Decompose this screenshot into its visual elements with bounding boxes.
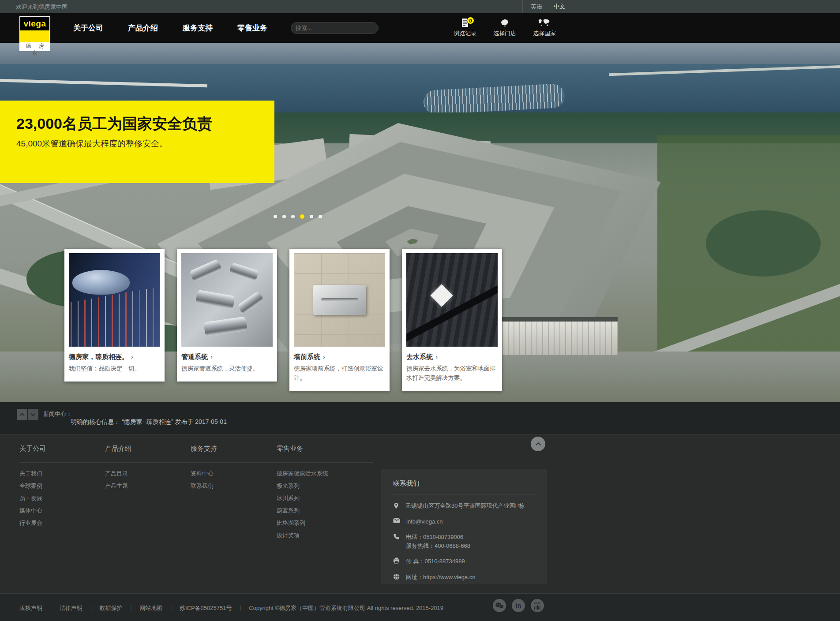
card-description: 我们坚信：品质决定一切。 — [69, 364, 160, 374]
footer-link[interactable]: 极光系列 — [277, 483, 300, 489]
legal-link-legal-notice[interactable]: 法律声明 — [60, 604, 82, 612]
lang-chinese-link[interactable]: 中文 — [554, 3, 565, 11]
card-image[interactable] — [69, 253, 160, 347]
logo-chinese-text: 德 房 家 — [20, 42, 49, 49]
hero-subtitle: 45,000米管道确保最大程度的整修安全。 — [16, 138, 257, 150]
viega-logo[interactable]: viega 德 房 家 — [19, 16, 50, 51]
history-tool-label: 浏览记录 — [454, 30, 476, 37]
card-image-layer — [313, 285, 366, 315]
card-description: 德房家去水系统，为浴室和地面排水打造完美解决方案。 — [406, 364, 498, 383]
printer-icon — [393, 557, 400, 564]
wechat-icon[interactable] — [493, 599, 506, 612]
card-brand[interactable]: 德房家，臻质相连。 › 我们坚信：品质决定一切。 — [64, 249, 165, 382]
nav-item-retail[interactable]: 零售业务 — [237, 23, 267, 33]
phone-icon — [393, 533, 400, 540]
footer-heading: 服务支持 — [191, 445, 272, 453]
footer-column-support: 服务支持 资料中心 联系我们 — [191, 445, 272, 494]
news-headline-link[interactable]: 明确的核心信息： “德房家--臻质相连” 发布于 2017-05-01 — [71, 418, 227, 426]
card-image[interactable] — [181, 253, 273, 347]
header-tools: 0 浏览记录 选择门店 — [452, 17, 557, 37]
history-tool[interactable]: 0 浏览记录 — [452, 17, 478, 37]
contact-phone: 电话：0510-88739006 — [406, 534, 463, 540]
card-image-layer — [431, 284, 453, 307]
footer-link[interactable]: 设计奖项 — [277, 532, 300, 539]
footer-link[interactable]: 产品主题 — [105, 483, 128, 489]
card-title[interactable]: 管道系统 — [181, 353, 208, 361]
card-title[interactable]: 墙前系统 — [294, 353, 320, 361]
footer-link[interactable]: 行业展会 — [19, 520, 42, 526]
footer-link[interactable]: 媒体中心 — [19, 507, 42, 514]
linkedin-icon[interactable]: in — [512, 599, 525, 612]
carousel-dot[interactable] — [282, 215, 286, 218]
card-piping-systems[interactable]: 管道系统 › 德房家管道系统，灵活便捷。 — [177, 249, 277, 382]
card-image-layer — [406, 276, 498, 344]
footer-link[interactable]: 联系我们 — [191, 483, 214, 489]
card-prewall-systems[interactable]: 墙前系统 › 德房家墙前系统，打造创意浴室设计。 — [289, 249, 390, 391]
lang-english-link[interactable]: 英语 — [531, 3, 542, 11]
card-title[interactable]: 德房家，臻质相连。 — [69, 353, 128, 361]
legal-links: 版权声明 ｜ 法律声明 ｜ 数据保护 ｜ 网站地图 ｜ 苏ICP备0502575… — [19, 604, 443, 612]
language-switch: 英语 中文 — [522, 0, 565, 13]
footer: 关于公司 关于我们 全球案例 员工发展 媒体中心 行业展会 产品介绍 产品目录 … — [0, 434, 840, 593]
carousel-dots — [274, 214, 322, 219]
footer-link[interactable]: 德房家健康活水系统 — [277, 470, 328, 477]
back-to-top-button[interactable] — [531, 437, 545, 451]
logo-brand-text: viega — [23, 19, 46, 29]
carousel-dot[interactable] — [310, 215, 313, 218]
search-input[interactable] — [296, 25, 373, 31]
card-drainage-systems[interactable]: 去水系统 › 德房家去水系统，为浴室和地面排水打造完美解决方案。 — [402, 249, 502, 391]
news-next-button[interactable] — [28, 409, 38, 420]
news-prev-button[interactable] — [17, 409, 27, 420]
footer-link[interactable]: 产品目录 — [105, 470, 128, 477]
card-title[interactable]: 去水系统 — [406, 353, 433, 361]
carousel-dot[interactable] — [274, 215, 277, 218]
carousel-dot[interactable] — [319, 215, 322, 218]
legal-link-sitemap[interactable]: 网站地图 — [139, 604, 162, 612]
contact-fax: 传 真：0510-88734989 — [406, 557, 465, 566]
footer-link[interactable]: 员工发展 — [19, 495, 42, 501]
carousel-dot[interactable] — [291, 215, 295, 218]
pentagon-courtyard — [407, 238, 418, 244]
chevron-right-icon: › — [131, 353, 133, 360]
nav-item-about[interactable]: 关于公司 — [73, 23, 103, 33]
contact-website[interactable]: 网址：https://www.viega.cn — [406, 573, 476, 582]
contact-address-row: 无锡锡山区万全路30号平谦国际现代产业园P栋 — [393, 501, 535, 510]
footer-link[interactable]: 比格湖系列 — [277, 520, 305, 526]
footer-link[interactable]: 全球案例 — [19, 483, 42, 489]
card-image[interactable] — [294, 253, 385, 347]
hero-layer — [706, 210, 821, 277]
carousel-dot[interactable] — [300, 214, 304, 219]
legal-link-copyright-notice[interactable]: 版权声明 — [19, 604, 42, 612]
chevron-right-icon: › — [323, 353, 325, 360]
card-image-layer — [72, 270, 130, 295]
legal-link-data-protection[interactable]: 数据保护 — [99, 604, 122, 612]
footer-link[interactable]: 关于我们 — [19, 470, 42, 477]
contact-heading: 联系我们 — [393, 479, 535, 494]
topbar: 欢迎来到德房家中国 英语 中文 — [0, 0, 840, 13]
contact-phone-row: 电话：0510-88739006 服务热线：400-0688-668 — [393, 533, 535, 550]
footer-link[interactable]: 蔚蓝系列 — [277, 507, 300, 514]
nav-item-support[interactable]: 服务支持 — [183, 23, 213, 33]
history-doc-icon: 0 — [461, 17, 469, 27]
logo-yellow-band — [20, 30, 49, 42]
chevron-up-icon — [19, 413, 25, 416]
contact-email-row: info@viega.cn — [393, 517, 535, 526]
contact-fax-row: 传 真：0510-88734989 — [393, 557, 535, 566]
search-box — [291, 22, 379, 34]
footer-link[interactable]: 资料中心 — [191, 470, 214, 477]
card-description: 德房家墙前系统，打造创意浴室设计。 — [294, 364, 385, 383]
search-icon[interactable] — [373, 25, 374, 31]
header: viega 德 房 家 关于公司 产品介绍 服务支持 零售业务 — [0, 13, 840, 43]
nav-item-products[interactable]: 产品介绍 — [128, 23, 158, 33]
footer-link[interactable]: 冰川系列 — [277, 495, 300, 501]
store-locator-tool[interactable]: 选择门店 — [492, 17, 518, 37]
card-image[interactable] — [406, 253, 498, 347]
footer-heading: 零售业务 — [277, 445, 358, 453]
cnzz-stats-icon[interactable]: cnzz — [531, 599, 544, 612]
chevron-down-icon — [30, 413, 36, 416]
footer-heading: 产品介绍 — [105, 445, 187, 453]
country-selector-tool[interactable]: 选择国家 — [532, 17, 557, 37]
contact-email[interactable]: info@viega.cn — [406, 517, 443, 526]
icp-license-link[interactable]: 苏ICP备05025751号 — [180, 604, 232, 612]
history-count-badge: 0 — [467, 17, 474, 24]
